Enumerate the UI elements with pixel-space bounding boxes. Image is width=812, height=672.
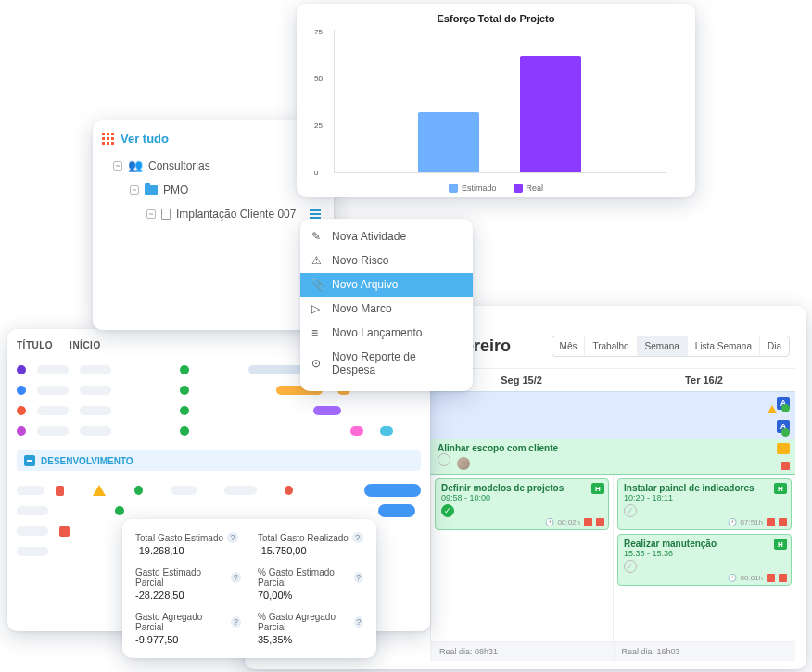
tree-item[interactable]: Implantação Cliente 007 [143, 202, 324, 226]
tree-item[interactable]: PMO [126, 178, 324, 202]
footer-cell: Real dia: 08h31 [431, 642, 614, 661]
status-dot-icon [781, 404, 790, 412]
gantt-bar[interactable] [350, 426, 363, 436]
clock-icon: 🕐 [545, 518, 554, 526]
menu-icon[interactable] [310, 209, 321, 219]
metric-value: 35,35% [258, 634, 363, 645]
ctx-label: Nova Atividade [332, 230, 406, 243]
ctx-label: Novo Arquivo [332, 278, 398, 291]
metric-label: % Gasto Agregado Parcial [258, 612, 350, 632]
allday-band-1: A [430, 391, 795, 415]
status-dot-icon [17, 406, 26, 415]
event-card[interactable]: Instalar painel de indicadores 10:20 - 1… [617, 478, 792, 530]
priority-icon [596, 518, 604, 526]
help-icon[interactable]: ? [354, 572, 363, 583]
calendar-header: Fevereiro Mês Trabalho Semana Lista Sema… [430, 332, 795, 361]
gantt-row[interactable] [17, 400, 421, 421]
collapse-icon[interactable] [146, 209, 156, 219]
tag-icon [777, 443, 790, 454]
ytick: 25 [314, 121, 323, 130]
ctx-label: Novo Marco [332, 302, 392, 315]
check-icon[interactable]: ✓ [624, 560, 637, 573]
clock-icon: 🕐 [728, 574, 737, 582]
status-dot-icon [180, 365, 189, 374]
legend-label: Estimado [462, 184, 497, 193]
event-card[interactable]: Definir modelos de projetos 09:58 - 10:0… [435, 478, 609, 530]
seg-month[interactable]: Mês [552, 336, 586, 356]
gantt-bar[interactable] [313, 406, 341, 415]
folder-icon [145, 185, 158, 195]
status-dot-icon [115, 506, 124, 515]
priority-icon [56, 486, 65, 496]
event-time: 09:58 - 10:00 [441, 493, 603, 502]
cell-stub [37, 426, 69, 436]
gantt-bar[interactable] [364, 484, 421, 497]
help-icon[interactable]: ? [231, 616, 241, 628]
check-done-icon[interactable]: ✓ [441, 504, 454, 517]
col-mon: Definir modelos de projetos 09:58 - 10:0… [430, 475, 613, 641]
event-card[interactable]: Realizar manutenção 15:35 - 15:36 ✓ H 🕐0… [617, 534, 792, 586]
status-dot-icon [17, 426, 26, 436]
help-icon[interactable]: ? [352, 532, 363, 543]
legend-item[interactable]: Real [514, 184, 544, 193]
ctx-new-risk[interactable]: ⚠Novo Risco [300, 248, 473, 273]
help-icon[interactable]: ? [354, 616, 363, 628]
chart-plot: 0 25 50 75 [334, 30, 666, 173]
flag-icon: ▷ [311, 302, 324, 315]
ytick: 50 [314, 74, 323, 82]
seg-weeklist[interactable]: Lista Semana [688, 336, 760, 356]
section-header[interactable]: DESENVOLVIMENTO [17, 450, 421, 471]
cell-stub [37, 406, 69, 415]
ytick: 0 [314, 169, 318, 177]
ctx-new-expense[interactable]: ⊙Novo Reporte de Despesa [300, 345, 473, 382]
col-tue: Instalar painel de indicadores 10:20 - 1… [613, 475, 795, 641]
ctx-label: Novo Lançamento [332, 326, 422, 339]
bar-estimado[interactable] [418, 112, 479, 172]
event-title: Definir modelos de projetos [441, 483, 603, 493]
tree-item[interactable]: 👥 Consultorias [109, 153, 324, 178]
cell-stub [17, 506, 48, 515]
cell-stub [37, 386, 69, 395]
gantt-row[interactable] [17, 501, 421, 521]
allday-band-2: A [430, 415, 795, 439]
gantt-bar[interactable] [380, 426, 393, 436]
ctx-new-activity[interactable]: ✎Nova Atividade [300, 224, 473, 248]
help-icon[interactable]: ? [231, 572, 241, 583]
status-dot-icon [17, 365, 26, 374]
seg-work[interactable]: Trabalho [585, 336, 637, 356]
cell-stub [37, 365, 69, 374]
help-icon[interactable]: ? [227, 532, 238, 543]
ctx-new-milestone[interactable]: ▷Novo Marco [300, 297, 473, 321]
check-icon[interactable]: ✓ [624, 504, 637, 517]
seg-week[interactable]: Semana [638, 336, 688, 356]
ctx-new-entry[interactable]: ≡Novo Lançamento [300, 321, 473, 345]
collapse-icon[interactable] [130, 185, 139, 195]
gantt-row[interactable] [17, 421, 421, 441]
cell-stub [17, 547, 48, 556]
warning-icon [768, 405, 777, 413]
seg-day[interactable]: Dia [760, 336, 789, 356]
cell-stub [17, 526, 48, 536]
event-time: 10:20 - 18:11 [624, 493, 785, 502]
bar-real[interactable] [520, 56, 581, 172]
group-icon: 👥 [128, 158, 143, 172]
ctx-label: Novo Risco [332, 254, 388, 267]
ctx-new-file[interactable]: 📎Novo Arquivo [300, 273, 473, 297]
tree-see-all[interactable]: Ver tudo [102, 132, 324, 146]
collapse-icon[interactable] [113, 161, 122, 171]
metric-value: -28.228,50 [135, 590, 241, 601]
view-segmented-control: Mês Trabalho Semana Lista Semana Dia [552, 336, 790, 357]
legend-label: Real [527, 184, 544, 193]
check-icon[interactable] [438, 453, 450, 466]
status-dot-icon [180, 386, 189, 395]
gantt-bar[interactable] [378, 504, 415, 517]
legend-item[interactable]: Estimado [449, 184, 497, 193]
tree-label: PMO [163, 184, 188, 197]
calendar-footer: Real dia: 08h31 Real dia: 16h03 [430, 641, 795, 661]
event-wide[interactable]: Alinhar escopo com cliente [430, 439, 795, 475]
collapse-icon[interactable] [24, 455, 35, 466]
metric-label: Total Gasto Realizado [258, 533, 349, 543]
priority-icon [779, 518, 787, 526]
gantt-row[interactable] [17, 480, 421, 501]
avatar [457, 457, 470, 470]
